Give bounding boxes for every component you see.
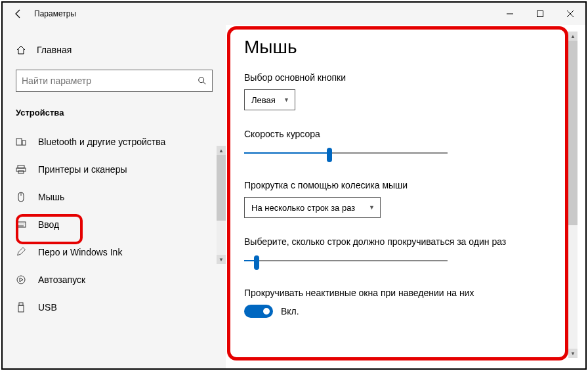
sidebar-item-label: Bluetooth и другие устройства bbox=[38, 137, 165, 147]
page-title: Мышь bbox=[244, 37, 559, 58]
search-icon bbox=[198, 76, 207, 85]
inactive-windows-label: Прокручивать неактивные окна при наведен… bbox=[244, 288, 559, 298]
scrollbar-thumb[interactable] bbox=[217, 155, 226, 221]
window-controls bbox=[495, 3, 585, 25]
content-pane: Мышь Выбор основной кнопки Левая ▼ Скоро… bbox=[226, 25, 578, 364]
nav-list: Bluetooth и другие устройства Принтеры и… bbox=[3, 128, 226, 321]
sidebar-item-autoplay[interactable]: Автозапуск bbox=[3, 266, 226, 294]
home-link[interactable]: Главная bbox=[3, 37, 226, 63]
sidebar-item-label: Перо и Windows Ink bbox=[38, 247, 122, 257]
lines-per-scroll-slider[interactable] bbox=[244, 253, 448, 269]
sidebar-item-usb[interactable]: USB bbox=[3, 294, 226, 321]
scroll-down-icon[interactable]: ▼ bbox=[568, 349, 578, 358]
sidebar-item-typing[interactable]: Ввод bbox=[3, 211, 226, 238]
svg-rect-4 bbox=[16, 139, 22, 145]
slider-thumb[interactable] bbox=[327, 148, 332, 162]
inactive-windows-toggle[interactable] bbox=[244, 305, 273, 318]
content-scrollbar[interactable]: ▲ ▼ bbox=[568, 32, 578, 358]
chevron-down-icon: ▼ bbox=[284, 97, 289, 103]
svg-rect-19 bbox=[18, 305, 24, 312]
sidebar-item-label: USB bbox=[38, 302, 57, 313]
minimize-button[interactable] bbox=[495, 3, 525, 25]
window-title: Параметры bbox=[34, 9, 76, 18]
settings-window: Параметры Главная bbox=[3, 3, 585, 368]
search-input[interactable] bbox=[22, 76, 198, 86]
scroll-wheel-dropdown[interactable]: На несколько строк за раз ▼ bbox=[244, 197, 381, 218]
dropdown-value: На несколько строк за раз bbox=[251, 203, 355, 213]
scroll-down-icon[interactable]: ▼ bbox=[217, 255, 226, 264]
autoplay-icon bbox=[16, 274, 26, 285]
slider-track bbox=[244, 260, 448, 261]
svg-point-2 bbox=[199, 77, 204, 83]
scroll-up-icon[interactable]: ▲ bbox=[568, 32, 578, 41]
scrollbar-thumb[interactable] bbox=[568, 41, 578, 225]
sidebar-item-printers[interactable]: Принтеры и сканеры bbox=[3, 156, 226, 183]
sidebar-item-bluetooth[interactable]: Bluetooth и другие устройства bbox=[3, 128, 226, 156]
svg-rect-5 bbox=[22, 141, 26, 145]
sidebar-item-label: Автозапуск bbox=[38, 274, 85, 285]
maximize-button[interactable] bbox=[525, 3, 555, 25]
close-button[interactable] bbox=[555, 3, 585, 25]
devices-icon bbox=[16, 137, 26, 147]
home-icon bbox=[16, 45, 26, 55]
scroll-wheel-label: Прокрутка с помощью колесика мыши bbox=[244, 180, 559, 190]
cursor-speed-slider[interactable] bbox=[244, 146, 448, 162]
sidebar-scrollbar[interactable]: ▲ ▼ bbox=[217, 146, 226, 264]
svg-rect-11 bbox=[16, 222, 26, 227]
sidebar-item-label: Мышь bbox=[38, 192, 64, 202]
sidebar: Главная Устройства Bluetooth и другие ус… bbox=[3, 25, 226, 368]
pen-icon bbox=[16, 247, 26, 257]
search-box[interactable] bbox=[16, 70, 213, 92]
cursor-speed-label: Скорость курсора bbox=[244, 129, 559, 139]
svg-rect-6 bbox=[18, 165, 24, 168]
lines-per-scroll-label: Выберите, сколько строк должно прокручив… bbox=[244, 236, 559, 247]
svg-rect-1 bbox=[537, 11, 543, 17]
svg-point-17 bbox=[17, 276, 25, 284]
category-label: Устройства bbox=[3, 104, 226, 128]
toggle-thumb bbox=[263, 308, 270, 315]
scroll-up-icon[interactable]: ▲ bbox=[217, 146, 226, 155]
sidebar-item-mouse[interactable]: Мышь bbox=[3, 183, 226, 211]
dropdown-value: Левая bbox=[251, 95, 276, 105]
svg-rect-18 bbox=[19, 303, 23, 305]
sidebar-item-label: Ввод bbox=[38, 219, 59, 230]
sidebar-item-pen[interactable]: Перо и Windows Ink bbox=[3, 238, 226, 266]
slider-thumb[interactable] bbox=[254, 255, 259, 270]
home-label: Главная bbox=[37, 45, 72, 55]
primary-button-label: Выбор основной кнопки bbox=[244, 72, 559, 83]
sidebar-item-label: Принтеры и сканеры bbox=[38, 164, 127, 175]
primary-button-dropdown[interactable]: Левая ▼ bbox=[244, 89, 295, 110]
keyboard-icon bbox=[16, 219, 26, 230]
svg-line-3 bbox=[203, 82, 206, 85]
back-button[interactable] bbox=[3, 3, 34, 25]
usb-icon bbox=[16, 302, 26, 313]
mouse-icon bbox=[16, 192, 26, 202]
slider-fill bbox=[244, 152, 329, 154]
toggle-state-label: Вкл. bbox=[281, 306, 299, 316]
chevron-down-icon: ▼ bbox=[369, 204, 375, 211]
titlebar: Параметры bbox=[3, 3, 585, 25]
printer-icon bbox=[16, 164, 26, 175]
